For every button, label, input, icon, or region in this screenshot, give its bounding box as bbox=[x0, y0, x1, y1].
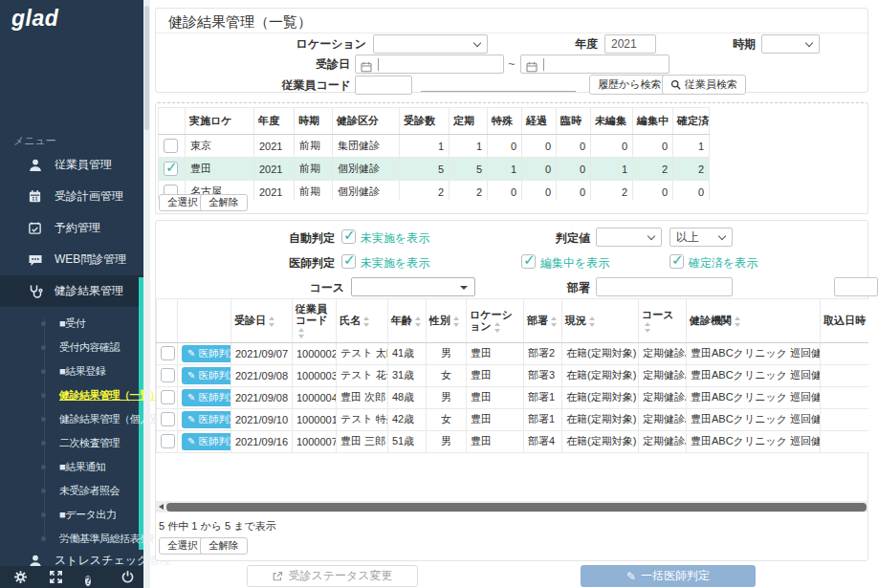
doctor-show-editing-checkbox[interactable] bbox=[521, 254, 536, 269]
location-table-row[interactable]: 豊田2021前期個別健診55100122 bbox=[159, 158, 710, 181]
sidebar-subitem-7[interactable]: 未受診者照会 bbox=[0, 479, 143, 502]
sort-icon[interactable] bbox=[415, 316, 422, 327]
result-table-row[interactable]: ✎医師判定 2021/09/071000002テスト 太郎41歳男豊田部署2在籍… bbox=[157, 342, 869, 364]
doctor-judge-button[interactable]: ✎医師判定 bbox=[182, 345, 231, 362]
results-col-header[interactable]: 氏名 bbox=[337, 299, 388, 343]
pencil-icon: ✎ bbox=[187, 348, 195, 359]
result-cell: 豊田ABCクリニック 巡回健診センター bbox=[687, 408, 821, 430]
gear-icon[interactable] bbox=[13, 570, 28, 584]
sort-icon[interactable] bbox=[645, 322, 651, 333]
result-cell: 在籍(定期対象) bbox=[562, 430, 639, 452]
sidebar-item-2[interactable]: 予約管理 bbox=[0, 212, 143, 244]
sidebar-subitem-8[interactable]: ■データ出力 bbox=[0, 503, 143, 526]
sidebar-item-3[interactable]: WEB問診管理 bbox=[0, 244, 143, 275]
sidebar-subitem-3[interactable]: 健診結果管理（一覧） bbox=[0, 383, 143, 406]
comparison-select[interactable]: 以上 bbox=[669, 228, 733, 247]
year-input[interactable] bbox=[604, 34, 656, 54]
doctor-show-not-done-checkbox[interactable] bbox=[341, 254, 356, 269]
pencil-icon: ✎ bbox=[626, 570, 636, 583]
employee-code-input[interactable] bbox=[355, 76, 412, 95]
result-table-row[interactable]: ✎医師判定 2021/09/101000001テスト 特殊42歳女豊田部署1在籍… bbox=[157, 408, 869, 430]
row-checkbox-cell bbox=[157, 430, 178, 452]
location-cell: 2021 bbox=[254, 158, 295, 181]
employee-name-underline-field[interactable] bbox=[421, 76, 576, 92]
results-col-header[interactable]: 従業員コード bbox=[293, 299, 337, 343]
sort-icon[interactable] bbox=[551, 316, 558, 327]
results-col-header[interactable]: コース bbox=[639, 299, 687, 343]
auto-show-not-done-checkbox[interactable] bbox=[341, 229, 356, 244]
sort-icon[interactable] bbox=[298, 328, 305, 338]
result-table-row[interactable]: ✎医師判定 2021/09/081000003テスト 花子31歳女豊田部署3在籍… bbox=[157, 364, 869, 386]
app-window: glad メニュー 従業員管理受診計画管理予約管理WEB問診管理健診結果管理 ■… bbox=[0, 0, 878, 588]
h-scrollbar-left-arrow[interactable] bbox=[159, 504, 164, 510]
app-logo: glad bbox=[11, 6, 58, 32]
sidebar-subitem-4[interactable]: 健診結果管理（個人別） bbox=[0, 407, 143, 430]
main-scrollbar-thumb[interactable] bbox=[144, 6, 149, 130]
calendar-icon bbox=[526, 59, 538, 76]
sidebar-subitem-6[interactable]: ■結果通知 bbox=[0, 455, 143, 478]
power-icon[interactable] bbox=[121, 570, 135, 584]
chevron-down-icon bbox=[805, 39, 813, 47]
exam-date-to-input[interactable] bbox=[520, 54, 669, 74]
judge-value-select[interactable] bbox=[596, 228, 662, 247]
sidebar-item-1[interactable]: 受診計画管理 bbox=[0, 181, 143, 212]
doctor-judge-button[interactable]: ✎医師判定 bbox=[182, 411, 231, 428]
result-cell: 41歳 bbox=[388, 342, 427, 364]
row-checkbox[interactable] bbox=[164, 162, 178, 176]
sidebar-subitem-5[interactable]: 二次検査管理 bbox=[0, 431, 143, 454]
sort-icon[interactable] bbox=[589, 316, 596, 327]
result-cell: 部署4 bbox=[524, 430, 562, 452]
dept-input[interactable] bbox=[596, 277, 733, 296]
row-checkbox[interactable] bbox=[164, 139, 178, 153]
doctor-show-not-done-label: 未実施を表示 bbox=[361, 255, 429, 272]
results-col-header[interactable]: 受診日 bbox=[231, 299, 293, 343]
doctor-judge-button[interactable]: ✎医師判定 bbox=[182, 367, 231, 384]
employee-search-button[interactable]: 従業員検索 bbox=[662, 75, 746, 95]
sort-icon[interactable] bbox=[453, 316, 460, 327]
menu-section-label: メニュー bbox=[13, 134, 56, 148]
row-checkbox[interactable] bbox=[161, 390, 175, 404]
results-col-header[interactable]: 健診機関 bbox=[687, 299, 821, 343]
sidebar-subitem-0[interactable]: ■受付 bbox=[0, 312, 143, 335]
course-select[interactable] bbox=[351, 277, 475, 296]
results-col-header[interactable]: 年齢 bbox=[388, 299, 427, 343]
location-col-header: 臨時 bbox=[557, 108, 591, 135]
bullet-dot bbox=[41, 512, 46, 517]
doctor-show-confirmed-checkbox[interactable] bbox=[669, 254, 684, 269]
status-change-button[interactable]: 受診ステータス変更 bbox=[247, 565, 418, 587]
clipped-right-input[interactable] bbox=[834, 277, 878, 296]
period-select[interactable] bbox=[761, 34, 820, 54]
sidebar-item-0[interactable]: 従業員管理 bbox=[0, 149, 143, 181]
sidebar-subitem-2[interactable]: ■結果登録 bbox=[0, 359, 143, 382]
location-table-row[interactable]: 東京2021前期集団健診11000001 bbox=[159, 135, 710, 158]
result-table-row[interactable]: ✎医師判定 2021/09/161000007豊田 三郎51歳男豊田部署4在籍(… bbox=[157, 430, 869, 452]
help-icon[interactable]: ? bbox=[85, 571, 99, 585]
row-checkbox[interactable] bbox=[161, 412, 175, 426]
result-cell: 男 bbox=[427, 342, 467, 364]
sort-icon[interactable] bbox=[735, 316, 741, 327]
expand-icon[interactable] bbox=[49, 570, 63, 584]
sort-icon[interactable] bbox=[269, 316, 275, 327]
deselect-all-button[interactable]: 全解除 bbox=[200, 194, 248, 211]
doctor-judge-button[interactable]: ✎医師判定 bbox=[182, 389, 231, 406]
doctor-judge-button[interactable]: ✎医師判定 bbox=[182, 433, 231, 450]
sidebar-item-4[interactable]: 健診結果管理 bbox=[0, 275, 143, 307]
row-checkbox[interactable] bbox=[161, 434, 175, 448]
results-col-header[interactable]: 現況 bbox=[562, 299, 639, 343]
location-select[interactable] bbox=[373, 34, 488, 54]
bulk-judge-button[interactable]: ✎一括医師判定 bbox=[581, 565, 756, 587]
h-scrollbar-thumb[interactable] bbox=[166, 503, 867, 512]
results-col-header[interactable]: 取込日時 bbox=[821, 299, 869, 343]
sidebar-subitem-1[interactable]: 受付内容確認 bbox=[0, 336, 143, 359]
sort-icon[interactable] bbox=[363, 316, 370, 327]
exam-date-from-input[interactable] bbox=[355, 54, 504, 74]
row-checkbox[interactable] bbox=[161, 346, 175, 360]
stethoscope-icon bbox=[28, 284, 43, 299]
sort-icon[interactable] bbox=[494, 322, 501, 333]
deselect-all-button[interactable]: 全解除 bbox=[200, 537, 248, 555]
row-checkbox[interactable] bbox=[161, 368, 175, 382]
results-col-header[interactable]: ロケーション bbox=[467, 299, 524, 343]
result-table-row[interactable]: ✎医師判定 2021/09/081000004豊田 次郎48歳男豊田部署1在籍(… bbox=[157, 386, 869, 408]
results-col-header[interactable]: 性別 bbox=[427, 299, 467, 343]
results-col-header[interactable]: 部署 bbox=[524, 299, 562, 343]
